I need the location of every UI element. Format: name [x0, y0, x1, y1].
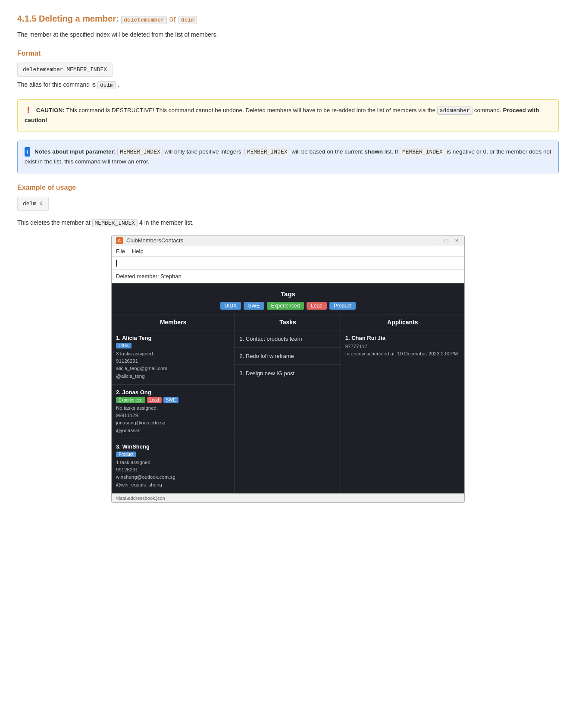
format-code: deletemember MEMBER_INDEX	[17, 63, 113, 77]
member-2: 2. Jonas Ong Experienced Lead SWE No tas…	[112, 385, 235, 439]
tags-title: Tags	[116, 290, 460, 298]
tags-row: UIUX SWE Experienced Lead Product	[116, 302, 460, 310]
notes-icon: i	[25, 147, 30, 157]
applicants-column: Applicants 1. Chan Rui Jia 97777117Inter…	[341, 314, 464, 493]
caution-code: addmember	[437, 107, 473, 115]
member-3-name: 3. WinSheng	[116, 443, 230, 450]
member-2-tag-swe: SWE	[163, 397, 178, 403]
tag-uiux: UIUX	[220, 302, 241, 310]
heading-title: 4.1.5 Deleting a member:	[17, 14, 119, 23]
caution-icon: ❗	[25, 107, 32, 113]
app-icon: C	[116, 237, 123, 244]
app-footer: \data\addressbook.json	[112, 493, 464, 502]
deleted-member-text: Deleted member: Stephan	[116, 273, 182, 279]
tag-swe: SWE	[244, 302, 264, 310]
minimize-button[interactable]: –	[433, 237, 439, 244]
app-titlebar: C ClubMembersContacts – □ ×	[112, 235, 464, 246]
app-input-area[interactable]	[112, 257, 464, 270]
menu-help[interactable]: Help	[132, 248, 144, 254]
example-cmd: delm 4	[17, 197, 49, 211]
applicant-1-info: 97777117Interview scheduled at: 10 Decem…	[345, 343, 460, 358]
format-heading: Format	[17, 50, 559, 57]
members-column: Members 1. Alicia Teng UIUX 3 tasks assi…	[112, 314, 235, 493]
alias-cmd: delm	[97, 81, 116, 89]
example-desc-after: 4 in the member list.	[139, 219, 194, 226]
member-2-name: 2. Jonas Ong	[116, 389, 230, 395]
member-3-tag-product: Product	[116, 452, 136, 457]
tasks-column: Tasks 1. Contact products team 2. Redo l…	[235, 314, 341, 493]
alias-line: The alias for this command is delm .	[17, 79, 559, 90]
app-window: C ClubMembersContacts – □ × File Help De…	[111, 235, 465, 503]
member-2-tag-experienced: Experienced	[116, 397, 145, 403]
member-3: 3. WinSheng Product 1 task assigned.9912…	[112, 439, 235, 493]
app-window-controls: – □ ×	[433, 237, 460, 244]
member-1-tag-uiux: UIUX	[116, 343, 131, 348]
menu-file[interactable]: File	[116, 248, 125, 254]
notes-bold: shown	[364, 148, 383, 155]
member-3-info: 1 task assigned.99126291winsheng@outlook…	[116, 459, 230, 489]
task-1: 1. Contact products team	[235, 330, 340, 348]
alias-end: .	[118, 81, 119, 88]
member-1: 1. Alicia Teng UIUX 3 tasks assigned.911…	[112, 330, 235, 385]
heading-cmd2: delm	[178, 16, 197, 24]
notes-box: i Notes about input parameter: MEMBER_IN…	[17, 141, 559, 173]
task-2: 2. Redo lofi wireframe	[235, 348, 340, 365]
member-2-info: No tasks assigned.99911129jonasong@nus.e…	[116, 405, 230, 434]
member-1-tags: UIUX	[116, 343, 230, 348]
app-status-bar: Deleted member: Stephan	[112, 270, 464, 283]
maximize-button[interactable]: □	[443, 237, 450, 244]
member-1-info: 3 tasks assigned.91126291alicia_teng@gma…	[116, 350, 230, 380]
notes-text3: list. If	[385, 148, 398, 155]
app-menubar: File Help	[112, 246, 464, 257]
applicants-header: Applicants	[341, 314, 464, 330]
app-columns: Members 1. Alicia Teng UIUX 3 tasks assi…	[112, 314, 464, 493]
section-heading: 4.1.5 Deleting a member: deletemember or…	[17, 14, 559, 24]
notes-code1: MEMBER_INDEX	[117, 148, 163, 156]
section-intro: The member at the specified index will b…	[17, 30, 559, 39]
notes-code2: MEMBER_INDEX	[244, 148, 290, 156]
example-desc-code: MEMBER_INDEX	[92, 219, 138, 227]
tasks-header: Tasks	[235, 314, 340, 330]
notes-text2: will be based on the current	[291, 148, 363, 155]
input-cursor	[116, 260, 117, 267]
member-2-tags: Experienced Lead SWE	[116, 397, 230, 403]
close-button[interactable]: ×	[453, 237, 460, 244]
notes-title: Notes about input parameter:	[34, 148, 116, 155]
tags-section: Tags UIUX SWE Experienced Lead Product	[112, 283, 464, 314]
example-heading: Example of usage	[17, 184, 559, 191]
tag-experienced: Experienced	[267, 302, 304, 310]
task-3: 3. Design new IG post	[235, 365, 340, 382]
app-title-text: ClubMembersContacts	[126, 237, 183, 244]
heading-cmd1: deletemember	[121, 16, 167, 24]
applicant-1-name: 1. Chan Rui Jia	[345, 335, 460, 341]
example-desc: This deletes the member at MEMBER_INDEX …	[17, 218, 559, 228]
caution-title: CAUTION:	[36, 107, 65, 113]
caution-text1: This command is DESTRUCTIVE! This comman…	[66, 107, 435, 113]
notes-code3: MEMBER_INDEX	[400, 148, 445, 156]
example-desc-before: This deletes the member at	[17, 219, 91, 226]
member-2-tag-lead: Lead	[147, 397, 162, 403]
notes-text1: will only take positive integers.	[165, 148, 243, 155]
app-titlebar-left: C ClubMembersContacts	[116, 237, 183, 244]
member-1-name: 1. Alicia Teng	[116, 335, 230, 341]
applicant-1: 1. Chan Rui Jia 97777117Interview schedu…	[341, 330, 464, 363]
caution-text2: command.	[474, 107, 501, 113]
caution-box: ❗ CAUTION: This command is DESTRUCTIVE! …	[17, 99, 559, 132]
alias-text: The alias for this command is	[17, 81, 96, 88]
tag-product: Product	[329, 302, 356, 310]
tag-lead: Lead	[307, 302, 327, 310]
heading-or: or	[169, 15, 176, 23]
member-3-tags: Product	[116, 452, 230, 457]
app-body: Tags UIUX SWE Experienced Lead Product M…	[112, 283, 464, 493]
members-header: Members	[112, 314, 235, 330]
